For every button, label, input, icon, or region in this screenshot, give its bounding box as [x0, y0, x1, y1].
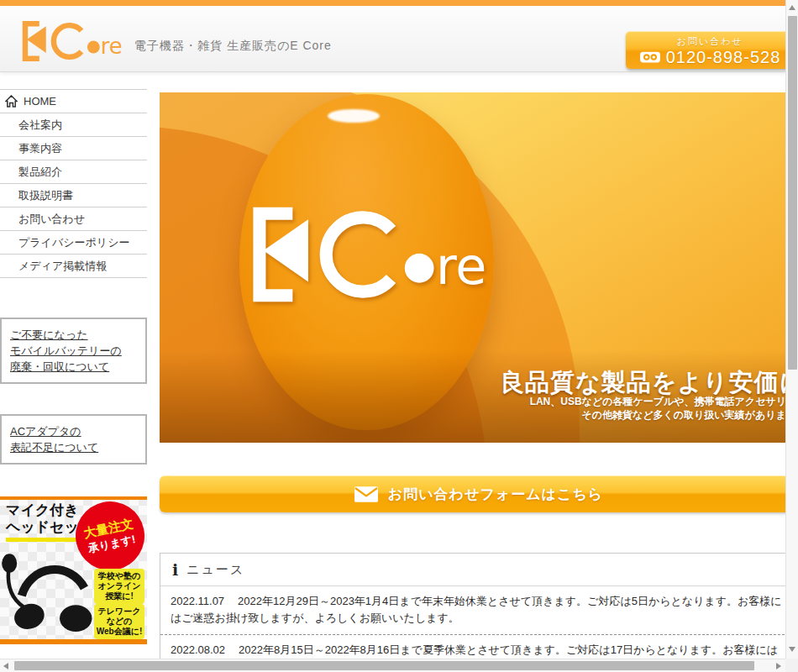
sidebar-item-privacy[interactable]: プライバシーポリシー [0, 231, 147, 255]
news-text: 2022年12月29日～2023年1月4日まで年末年始休業とさせて頂きます。ご対… [171, 595, 782, 624]
vertical-scrollbar[interactable] [785, 0, 798, 659]
news-header: i ニュース [160, 554, 797, 586]
browser-viewport: re 電子機器・雑貨 生産販売のE Core お問い合わせ 0120-898-5… [0, 0, 798, 672]
envelope-icon [354, 486, 378, 502]
sidebar-nav: HOME 会社案内 事業内容 製品紹介 取扱説明書 お問い合わせ プライバシーポ… [0, 89, 147, 278]
up-arrow-icon[interactable] [789, 5, 795, 10]
hero-image: re 良品質な製品をより安価に LAN、USBなどの各種ケーブルや、携帯電話アク… [160, 92, 798, 443]
svg-text:re: re [436, 237, 487, 296]
svg-text:re: re [101, 34, 123, 59]
news-section: i ニュース 2022.11.072022年12月29日～2023年1月4日まで… [160, 553, 798, 672]
sidebar-item-products[interactable]: 製品紹介 [0, 160, 147, 184]
battery-recycle-notice-link[interactable]: ご不要になった モバイルバッテリーの 廃棄・回収について [0, 318, 147, 384]
info-icon: i [172, 560, 178, 579]
header-contact-button[interactable]: お問い合わせ 0120-898-528 [626, 31, 794, 69]
site-header: re 電子機器・雑貨 生産販売のE Core お問い合わせ 0120-898-5… [0, 6, 798, 72]
sidebar-item-company[interactable]: 会社案内 [0, 113, 147, 137]
banner-tag-online-class: 学校や塾の オンライン 授業に! [94, 569, 144, 604]
home-icon [5, 95, 18, 108]
down-arrow-icon[interactable] [789, 647, 795, 652]
banner-bottom-strip [0, 639, 147, 644]
right-arrow-icon[interactable] [776, 663, 781, 669]
banner-top-strip [0, 496, 147, 500]
hero-subtext: LAN、USBなどの各種ケーブルや、携帯電話アクセサリー その他雑貨など多くの取… [530, 395, 796, 422]
horizontal-scrollbar-thumb[interactable] [14, 661, 754, 670]
contact-form-button-label: お問い合わせフォームはこちら [388, 485, 603, 504]
vertical-scrollbar-thumb[interactable] [788, 16, 797, 370]
sidebar-item-contact[interactable]: お問い合わせ [0, 207, 147, 231]
news-item: 2022.11.072022年12月29日～2023年1月4日まで年末年始休業と… [160, 586, 797, 634]
headset-image [0, 537, 97, 639]
ac-adapter-notice-link[interactable]: ACアダプタの 表記不足について [0, 414, 147, 465]
news-date: 2022.08.02 [171, 643, 225, 656]
sphere-highlight [328, 109, 380, 123]
news-title: ニュース [186, 562, 244, 578]
left-arrow-icon[interactable] [3, 663, 8, 669]
top-accent-bar [0, 0, 798, 6]
ecore-logo-icon[interactable]: re [20, 20, 124, 62]
banner-tag-telework: テレワーク などの Web会議に! [94, 604, 144, 639]
news-date: 2022.11.07 [171, 595, 224, 607]
scrollbar-corner [785, 659, 798, 672]
headset-ad-banner[interactable]: マイク付き ヘッドセット 大量注文 承ります! 学校や塾の オンライン 授業に!… [0, 496, 147, 644]
sidebar-item-home[interactable]: HOME [0, 90, 147, 113]
contact-label: お問い合わせ [626, 35, 794, 48]
contact-phone: 0120-898-528 [666, 48, 781, 67]
hero-ecore-logo-icon: re [248, 206, 491, 303]
site-tagline: 電子機器・雑貨 生産販売のE Core [134, 39, 332, 54]
horizontal-scrollbar[interactable] [0, 659, 785, 672]
freedial-phone-icon [639, 50, 661, 65]
sidebar-item-business[interactable]: 事業内容 [0, 137, 147, 160]
sidebar-item-manuals[interactable]: 取扱説明書 [0, 184, 147, 207]
sidebar-item-media[interactable]: メディア掲載情報 [0, 255, 147, 278]
contact-form-button[interactable]: お問い合わせフォームはこちら [160, 475, 798, 512]
